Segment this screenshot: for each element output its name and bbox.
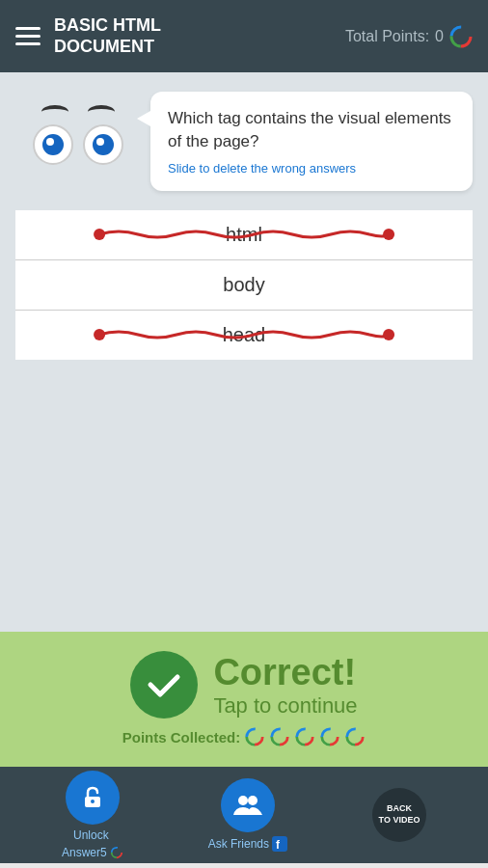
total-points: Total Points: 0	[345, 25, 473, 48]
facebook-icon: f	[272, 836, 287, 852]
question-text: Which tag contains the visual elements o…	[168, 107, 455, 153]
ask-friends-label: Ask Friends f	[208, 836, 287, 852]
back-to-video-icon-circle: BACK TO VIDEO	[372, 788, 426, 842]
svg-point-3	[94, 229, 105, 240]
left-pupil	[42, 134, 64, 155]
slide-hint: Slide to delete the wrong answers	[168, 161, 455, 176]
answer-head[interactable]: head	[15, 311, 473, 360]
eyes	[33, 124, 123, 165]
left-eye	[33, 124, 73, 165]
ask-friends-icon	[233, 792, 262, 819]
right-eye	[83, 124, 123, 165]
correct-banner[interactable]: Correct! Tap to continue Points Collecte…	[0, 632, 488, 767]
svg-point-23	[91, 800, 95, 803]
correct-texts: Correct! Tap to continue	[213, 652, 357, 719]
answer-body[interactable]: body	[15, 260, 473, 311]
hamburger-menu[interactable]	[15, 27, 41, 45]
checkmark-icon	[143, 664, 185, 706]
unlock-icon	[79, 784, 106, 811]
svg-point-27	[238, 796, 248, 805]
strikethrough-html	[52, 227, 436, 242]
strikethrough-head	[52, 327, 436, 342]
svg-point-6	[383, 329, 394, 340]
character: 3/3	[15, 101, 141, 165]
unlock-label: Unlock	[73, 828, 112, 842]
right-pupil	[93, 134, 114, 155]
svg-point-5	[94, 329, 105, 340]
spin-icon-4	[319, 726, 340, 747]
points-row: Points Collected:	[122, 726, 366, 747]
eyebrows	[41, 105, 115, 119]
spin-icon-2	[269, 726, 290, 747]
header-left: BASIC HTML DOCUMENT	[15, 15, 161, 57]
ask-friends-icon-circle	[221, 778, 275, 832]
right-eyebrow	[88, 105, 115, 119]
svg-point-28	[248, 796, 258, 805]
unlock-icon-circle	[66, 771, 120, 825]
unlock-spin-icon	[110, 846, 123, 859]
main-content: 3/3 Which tag contains the visual elemen…	[0, 72, 488, 632]
correct-top: Correct! Tap to continue	[130, 651, 357, 719]
spin-icon-1	[244, 726, 265, 747]
answers-list: html body head	[15, 210, 473, 360]
spin-icon-5	[344, 726, 366, 747]
app-title: BASIC HTML DOCUMENT	[54, 15, 161, 57]
correct-label: Correct!	[213, 652, 357, 693]
svg-rect-29	[272, 836, 287, 852]
unlock-sublabel: Answer5	[62, 846, 123, 859]
character-area: 3/3 Which tag contains the visual elemen…	[15, 92, 473, 191]
back-to-video-button[interactable]: BACK TO VIDEO	[372, 788, 426, 842]
header: BASIC HTML DOCUMENT Total Points: 0	[0, 0, 488, 72]
tap-continue: Tap to continue	[213, 693, 357, 719]
points-collected-label: Points Collected:	[122, 729, 241, 746]
unlock-button[interactable]: Unlock Answer5	[62, 771, 123, 859]
speech-bubble: Which tag contains the visual elements o…	[150, 92, 473, 191]
points-icon	[449, 25, 473, 48]
spin-icon-3	[294, 726, 315, 747]
answer-html[interactable]: html	[15, 210, 473, 260]
left-eyebrow	[41, 105, 68, 119]
checkmark-circle	[130, 651, 198, 719]
svg-point-4	[383, 229, 394, 240]
ask-friends-button[interactable]: Ask Friends f	[208, 778, 287, 852]
bottom-bar: Unlock Answer5 Ask Friends f	[0, 767, 488, 863]
